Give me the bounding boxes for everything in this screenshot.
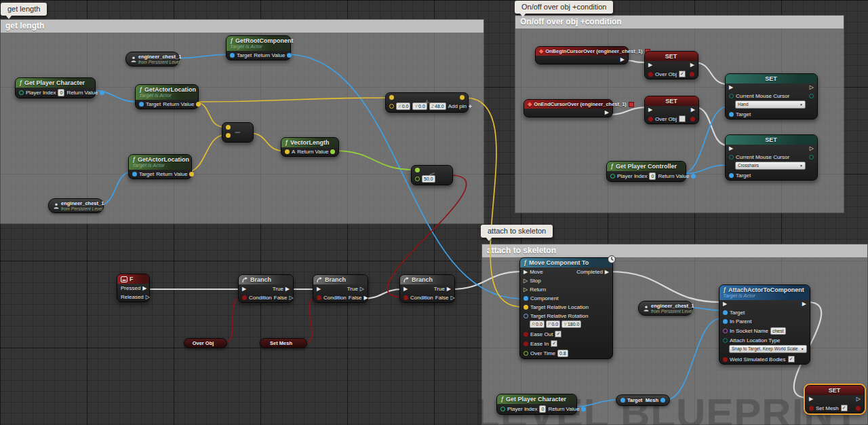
node-header[interactable]: ƒAttachActorToComponentTarget is Actor: [719, 285, 810, 300]
exec-pin[interactable]: ▶: [648, 62, 652, 68]
bool-pin[interactable]: [856, 406, 861, 411]
vec-pin[interactable]: [389, 104, 394, 109]
obj-pin[interactable]: [620, 398, 625, 403]
exec-pin[interactable]: ▶: [363, 295, 368, 301]
node-header[interactable]: ƒGet Player Controller: [607, 162, 686, 171]
exec-pin[interactable]: ▶: [142, 286, 146, 291]
obj-pin[interactable]: [524, 296, 528, 301]
input-key-f[interactable]: FPressed▶Released▷: [117, 274, 150, 302]
set-over-obj-on[interactable]: SET▶▶Over Obj✓: [644, 51, 698, 79]
engineer-chest-var-top[interactable]: engineer_chest_1from Persistent Level: [125, 52, 180, 67]
enum-pin[interactable]: [729, 94, 734, 98]
value-field[interactable]: 0: [539, 405, 546, 413]
vec-pin[interactable]: [189, 172, 194, 177]
node-header[interactable]: ƒGetRootComponentTarget is Actor: [226, 36, 290, 51]
node-header[interactable]: ƒGetActorLocationTarget is Actor: [129, 155, 191, 170]
node-header[interactable]: SET: [806, 386, 864, 395]
vec-pin[interactable]: [226, 125, 231, 130]
enum-pin[interactable]: [809, 155, 814, 160]
bool-pin[interactable]: [690, 72, 694, 77]
checkbox[interactable]: ✓: [841, 405, 848, 411]
node-header[interactable]: Branch: [313, 275, 368, 284]
node-header[interactable]: ƒVectorLength: [281, 138, 338, 147]
set-mesh-var[interactable]: Set Mesh: [260, 338, 307, 348]
exec-pin[interactable]: ▶: [317, 287, 321, 292]
target-mesh-getter[interactable]: TargetMesh: [616, 394, 670, 406]
vector-plus[interactable]: +X0.0Y0.0Z48.0Add pin+: [385, 92, 469, 113]
value-field[interactable]: chest: [770, 327, 786, 335]
exec-pin[interactable]: ▷: [524, 278, 528, 284]
node-header[interactable]: ƒGetActorLocationTarget is Actor: [136, 85, 198, 100]
value-field[interactable]: 0.8: [557, 350, 568, 357]
rot-pin[interactable]: [524, 314, 528, 318]
set-cursor-hand[interactable]: SET▶▷Current Mouse CursorHand▼Target: [725, 73, 818, 119]
enum-pin[interactable]: [729, 155, 734, 160]
node-header[interactable]: ƒMove Component To: [520, 258, 612, 267]
on-begin-cursor-over[interactable]: ◆OnBeginCursorOver (engineer_chest_1)▶: [535, 46, 629, 64]
checkbox[interactable]: ✓: [555, 331, 561, 337]
exec-pin[interactable]: ▶: [620, 57, 625, 62]
exec-pin[interactable]: ▷: [146, 295, 150, 300]
node-header[interactable]: SET: [726, 74, 817, 84]
branch-2[interactable]: Branch▶True▷ConditionFalse▶: [313, 274, 368, 303]
vector-length[interactable]: ƒVectorLengthAReturn Value: [281, 137, 339, 157]
exec-pin[interactable]: ▶: [809, 396, 813, 402]
obj-pin[interactable]: [691, 174, 696, 179]
engineer-chest-var-right[interactable]: engineer_chest_1from Persistent Level: [638, 301, 693, 316]
obj-pin[interactable]: [132, 172, 137, 177]
attach-actor-to-component[interactable]: ƒAttachActorToComponentTarget is Actor▶▶…: [719, 284, 810, 365]
vec-pin[interactable]: [226, 133, 231, 138]
value-field[interactable]: P0.0: [546, 320, 560, 328]
bool-pin[interactable]: [648, 72, 653, 77]
exec-pin[interactable]: ▶: [691, 107, 695, 113]
enum-dropdown[interactable]: Snap to Target, Keep World Scale▼: [729, 345, 807, 353]
exec-pin[interactable]: ▶: [242, 287, 246, 292]
node-header[interactable]: ƒGet Player Character: [497, 394, 576, 404]
branch-3[interactable]: Branch▶True▶ConditionFalse▷: [399, 274, 455, 303]
vec-pin[interactable]: [389, 95, 394, 100]
get-actor-location-2[interactable]: ƒGetActorLocationTarget is ActorTargetRe…: [128, 154, 192, 179]
set-cursor-crosshairs[interactable]: SET▶▷Current Mouse CursorCrosshairs▼Targ…: [725, 134, 818, 181]
vec-pin[interactable]: [285, 149, 290, 154]
checkbox[interactable]: [679, 115, 686, 122]
obj-pin[interactable]: [729, 173, 734, 178]
obj-pin[interactable]: [230, 53, 235, 58]
value-field[interactable]: 0: [58, 89, 64, 96]
exec-pin[interactable]: ▷: [810, 85, 814, 90]
checkbox[interactable]: ✓: [788, 356, 795, 363]
enum-pin[interactable]: [723, 338, 728, 343]
node-header[interactable]: SET: [645, 96, 698, 106]
int-pin[interactable]: [19, 90, 24, 95]
obj-pin[interactable]: [287, 53, 292, 58]
checkbox[interactable]: ✓: [679, 71, 686, 77]
value-field[interactable]: R0.0: [530, 320, 545, 328]
get-root-component[interactable]: ƒGetRootComponentTarget is ActorTargetRe…: [226, 35, 291, 60]
comment-header[interactable]: get length: [1, 20, 484, 33]
bool-pin[interactable]: [524, 332, 528, 337]
exec-pin[interactable]: ▶: [802, 301, 806, 307]
node-header[interactable]: ◆OnBeginCursorOver (engineer_chest_1): [536, 47, 628, 56]
exec-pin[interactable]: ▷: [289, 295, 293, 301]
comment-header[interactable]: On/off over obj +condition: [515, 16, 844, 29]
node-header[interactable]: Branch: [239, 275, 293, 284]
set-over-obj-off[interactable]: SET▶▶Over Obj: [644, 96, 699, 124]
obj-pin[interactable]: [723, 319, 728, 324]
node-header[interactable]: F: [117, 274, 149, 284]
vector-minus[interactable]: −: [222, 122, 254, 143]
obj-pin[interactable]: [723, 310, 728, 315]
obj-pin[interactable]: [139, 102, 144, 107]
vec-pin[interactable]: [524, 305, 528, 310]
float-pin[interactable]: [330, 149, 335, 154]
node-header[interactable]: SET: [645, 52, 698, 61]
node-header[interactable]: ƒGet Player Character: [16, 78, 95, 88]
less-than[interactable]: <50.0: [411, 165, 453, 185]
exec-pin[interactable]: ▶: [729, 85, 733, 90]
branch-1[interactable]: Branch▶True▶ConditionFalse▷: [238, 274, 294, 303]
float-pin[interactable]: [415, 168, 420, 172]
bool-pin[interactable]: [648, 117, 653, 122]
vec-pin[interactable]: [460, 95, 465, 100]
bool-pin[interactable]: [690, 117, 695, 122]
bool-pin[interactable]: [723, 357, 728, 362]
exec-pin[interactable]: ▷: [810, 146, 814, 151]
node-header[interactable]: SET: [726, 135, 817, 145]
